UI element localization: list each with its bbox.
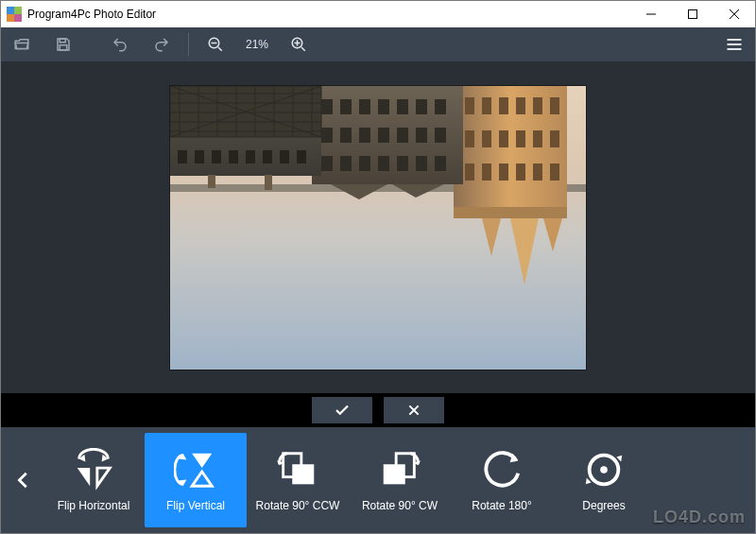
- svg-rect-69: [265, 175, 272, 190]
- apply-button[interactable]: [312, 397, 372, 423]
- svg-rect-21: [550, 164, 559, 181]
- svg-rect-30: [499, 97, 508, 114]
- svg-rect-35: [321, 156, 333, 171]
- action-flip-vertical[interactable]: Flip Vertical: [145, 433, 247, 527]
- svg-rect-60: [195, 150, 204, 164]
- app-icon: [7, 7, 22, 22]
- svg-rect-19: [516, 164, 525, 181]
- svg-rect-52: [378, 99, 389, 114]
- svg-marker-72: [192, 454, 212, 468]
- svg-rect-24: [499, 130, 508, 147]
- svg-rect-40: [416, 156, 427, 171]
- svg-rect-49: [321, 99, 333, 114]
- svg-rect-45: [378, 128, 389, 143]
- save-button[interactable]: [43, 27, 84, 61]
- action-rotate-180[interactable]: Rotate 180°: [451, 433, 553, 527]
- action-label: Flip Horizontal: [58, 499, 130, 512]
- zoom-out-button[interactable]: [195, 27, 236, 61]
- zoom-in-button[interactable]: [278, 27, 319, 61]
- svg-rect-61: [212, 150, 221, 164]
- svg-rect-2: [7, 14, 14, 22]
- svg-rect-39: [397, 156, 408, 171]
- svg-rect-48: [435, 128, 446, 143]
- action-flip-horizontal[interactable]: Flip Horizontal: [43, 433, 145, 527]
- svg-rect-6: [60, 45, 67, 50]
- svg-point-79: [600, 466, 608, 474]
- svg-rect-54: [416, 99, 427, 114]
- svg-rect-5: [60, 39, 65, 43]
- toolbar: 21%: [1, 27, 755, 61]
- svg-rect-74: [292, 464, 314, 484]
- svg-rect-59: [178, 150, 187, 164]
- svg-marker-71: [97, 468, 110, 486]
- svg-rect-17: [482, 164, 491, 181]
- svg-rect-26: [533, 130, 542, 147]
- svg-rect-31: [516, 97, 525, 114]
- app-window: Program4Pc Photo Editor 21%: [0, 0, 756, 534]
- svg-rect-44: [359, 128, 370, 143]
- action-rotate-90-ccw[interactable]: Rotate 90° CCW: [247, 433, 349, 527]
- svg-rect-36: [340, 156, 352, 171]
- svg-rect-51: [359, 99, 370, 114]
- action-label: Rotate 180°: [472, 499, 532, 512]
- svg-rect-12: [454, 207, 567, 218]
- undo-button[interactable]: [99, 27, 141, 61]
- action-label: Rotate 90° CW: [362, 499, 438, 512]
- svg-rect-41: [435, 156, 446, 171]
- svg-rect-63: [246, 150, 255, 164]
- svg-rect-42: [321, 128, 333, 143]
- canvas-stage[interactable]: [1, 61, 755, 393]
- svg-rect-1: [14, 7, 22, 14]
- svg-rect-46: [397, 128, 408, 143]
- confirm-bar: [1, 393, 755, 427]
- svg-rect-62: [229, 150, 238, 164]
- svg-rect-33: [550, 97, 559, 114]
- svg-rect-25: [516, 130, 525, 147]
- toolbar-separator: [188, 33, 189, 56]
- maximize-button[interactable]: [672, 1, 713, 27]
- svg-rect-43: [340, 128, 352, 143]
- edited-photo: [170, 86, 586, 370]
- svg-rect-18: [499, 164, 508, 181]
- zoom-level: 21%: [236, 38, 278, 51]
- svg-rect-38: [378, 156, 389, 171]
- action-label: Degrees: [582, 499, 625, 512]
- action-rotate-90-cw[interactable]: Rotate 90° CW: [349, 433, 451, 527]
- back-button[interactable]: [5, 433, 43, 527]
- svg-rect-65: [280, 150, 289, 164]
- flip-vertical-icon: [174, 448, 217, 491]
- svg-rect-20: [533, 164, 542, 181]
- svg-rect-32: [533, 97, 542, 114]
- svg-rect-23: [482, 130, 491, 147]
- flip-horizontal-icon: [72, 448, 115, 491]
- close-button[interactable]: [713, 1, 755, 27]
- svg-rect-64: [263, 150, 272, 164]
- svg-rect-50: [340, 99, 352, 114]
- menu-button[interactable]: [713, 27, 755, 61]
- watermark: LO4D.com: [653, 508, 746, 527]
- svg-rect-3: [14, 14, 22, 22]
- cancel-button[interactable]: [384, 397, 444, 423]
- action-rotate-degrees[interactable]: Degrees: [553, 433, 655, 527]
- action-label: Flip Vertical: [166, 499, 225, 512]
- rotate-ccw-icon: [276, 448, 319, 491]
- svg-rect-16: [465, 164, 474, 181]
- svg-rect-47: [416, 128, 427, 143]
- svg-rect-76: [384, 464, 405, 484]
- svg-marker-70: [77, 468, 90, 486]
- redo-button[interactable]: [141, 27, 182, 61]
- svg-rect-28: [465, 97, 474, 114]
- svg-marker-73: [192, 472, 212, 486]
- svg-rect-27: [550, 130, 559, 147]
- action-label: Rotate 90° CCW: [256, 499, 340, 512]
- svg-rect-66: [297, 150, 306, 164]
- open-button[interactable]: [1, 27, 43, 61]
- svg-rect-4: [689, 10, 697, 19]
- svg-rect-22: [465, 130, 474, 147]
- window-title: Program4Pc Photo Editor: [27, 8, 156, 21]
- rotate-180-icon: [480, 448, 524, 491]
- svg-rect-37: [359, 156, 370, 171]
- titlebar: Program4Pc Photo Editor: [1, 1, 755, 27]
- degrees-icon: [582, 448, 626, 491]
- minimize-button[interactable]: [630, 1, 672, 27]
